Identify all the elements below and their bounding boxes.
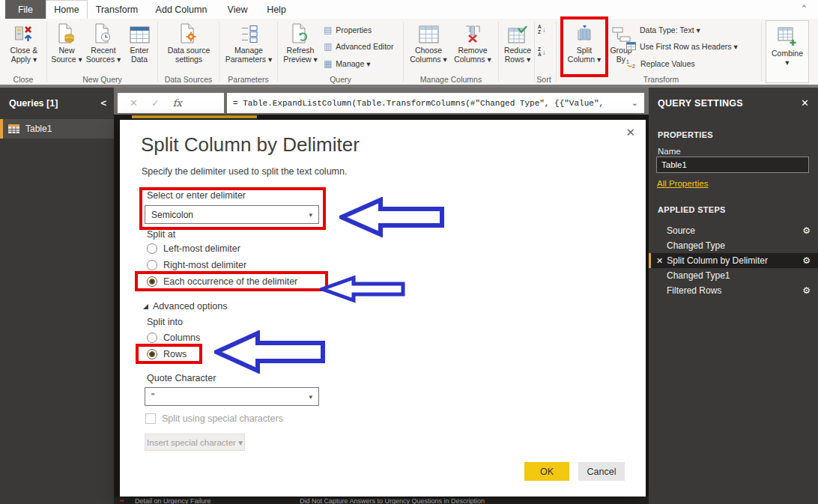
formula-accept-icon[interactable]: ✓ (151, 97, 160, 109)
tab-home[interactable]: Home (46, 0, 88, 19)
step-filtered-rows[interactable]: Filtered Rows ⚙ (649, 283, 818, 298)
tab-view[interactable]: View (222, 0, 253, 19)
collapse-panel-icon[interactable]: < (100, 97, 106, 109)
sort-descending-button[interactable]: ZA ↓ (538, 47, 546, 57)
step-label: Split Column by Delimiter (667, 255, 768, 266)
enter-data-label: Enter Data (124, 46, 155, 64)
tab-file[interactable]: File (5, 0, 46, 19)
tab-add-column[interactable]: Add Column (148, 0, 214, 19)
svg-text:1: 1 (626, 59, 629, 64)
step-changed-type1[interactable]: Changed Type1 (649, 268, 818, 283)
query-list-item-table1[interactable]: Table1 (0, 119, 114, 139)
queries-panel: Queries [1] < Table1 (0, 88, 114, 504)
refresh-preview-label: Refresh Preview ▾ (282, 46, 319, 64)
radio-each-occurrence-label: Each occurrence of the delimiter (163, 276, 297, 287)
group-separator (556, 22, 557, 82)
formula-cancel-icon[interactable]: ✕ (130, 97, 138, 109)
formula-fx-icon[interactable]: fx (173, 97, 182, 109)
choose-columns-button[interactable]: Choose Columns ▾ (408, 21, 449, 64)
close-panel-icon[interactable]: ✕ (801, 97, 809, 109)
advanced-editor-button[interactable]: ▥ Advanced Editor (324, 40, 393, 52)
quote-character-dropdown[interactable]: " ▾ (145, 387, 319, 406)
applied-steps-list: Source ⚙ Changed Type ✕ Split Column by … (649, 223, 818, 298)
radio-rows-label: Rows (163, 349, 187, 359)
advanced-options-toggle[interactable]: Advanced options (143, 301, 227, 312)
formula-input[interactable]: = Table.ExpandListColumn(Table.Transform… (227, 93, 644, 113)
enter-data-button[interactable]: Enter Data (124, 21, 155, 64)
new-source-button[interactable]: New Source ▾ (49, 21, 84, 64)
radio-columns[interactable]: Columns (147, 333, 200, 343)
chevron-down-icon: ▾ (309, 211, 312, 219)
combine-label: Combine ▾ (766, 49, 808, 67)
formula-expand-icon[interactable]: ⌄ (631, 98, 638, 108)
ok-button[interactable]: OK (524, 462, 569, 481)
close-and-apply-button[interactable]: Close & Apply ▾ (4, 21, 43, 64)
advanced-editor-icon: ▥ (324, 42, 332, 51)
radio-rows[interactable]: Rows (147, 349, 187, 359)
dialog-subtitle: Specify the delimiter used to split the … (142, 166, 347, 177)
radio-left-most[interactable]: Left-most delimiter (147, 243, 240, 254)
split-column-label: Split Column ▾ (563, 46, 605, 64)
tab-transform[interactable]: Transform (91, 0, 142, 19)
step-source[interactable]: Source ⚙ (649, 223, 818, 238)
sort-down-arrow-icon: ↓ (542, 49, 546, 56)
sort-ascending-button[interactable]: AZ ↓ (538, 25, 546, 34)
properties-icon: ▤ (324, 25, 332, 34)
split-column-button[interactable]: Split Column ▾ (563, 21, 605, 64)
applied-steps-heading: APPLIED STEPS (658, 205, 726, 214)
data-type-button[interactable]: Data Type: Text ▾ (640, 23, 700, 36)
radio-icon (147, 333, 157, 343)
formula-bar-zone: ✕ ✓ fx = Table.ExpandListColumn(Table.Tr… (114, 88, 649, 115)
delimiter-label: Select or enter delimiter (147, 190, 246, 201)
gear-icon[interactable]: ⚙ (802, 226, 811, 235)
radio-icon (147, 243, 157, 254)
all-properties-link[interactable]: All Properties (657, 179, 708, 188)
reduce-rows-button[interactable]: Reduce Rows ▾ (500, 21, 535, 64)
step-split-column-by-delimiter[interactable]: ✕ Split Column by Delimiter ⚙ (649, 253, 818, 268)
formula-bar-buttons: ✕ ✓ fx (118, 93, 224, 113)
power-query-editor-window: File Home Transform Add Column View Help… (0, 0, 818, 504)
tab-help[interactable]: Help (261, 0, 292, 19)
query-name-input[interactable]: Table1 (656, 157, 809, 173)
recent-sources-button[interactable]: Recent Sources ▾ (85, 21, 122, 64)
radio-selected-icon (147, 349, 157, 359)
manage-button[interactable]: ▦ Manage ▾ (324, 57, 370, 70)
replace-values-button[interactable]: 12 Replace Values (626, 57, 695, 70)
radio-right-most[interactable]: Right-most delimiter (147, 260, 246, 270)
radio-each-occurrence[interactable]: Each occurrence of the delimiter (147, 276, 297, 287)
query-settings-title: QUERY SETTINGS (658, 98, 743, 109)
delete-step-icon[interactable]: ✕ (656, 256, 663, 266)
properties-button[interactable]: ▤ Properties (324, 23, 372, 36)
radio-columns-label: Columns (163, 333, 200, 343)
ribbon: Close & Apply ▾ Close New Source ▾ Recen… (0, 19, 818, 85)
expander-triangle-icon (143, 304, 148, 309)
manage-parameters-button[interactable]: Manage Parameters ▾ (222, 21, 276, 64)
properties-label: Properties (336, 25, 372, 34)
step-label: Changed Type1 (667, 270, 730, 281)
advanced-options-label: Advanced options (153, 301, 227, 312)
group-separator (219, 22, 219, 82)
formula-text: = Table.ExpandListColumn(Table.Transform… (233, 99, 627, 108)
refresh-preview-button[interactable]: Refresh Preview ▾ (282, 21, 319, 64)
remove-columns-button[interactable]: Remove Columns ▾ (451, 21, 494, 64)
dialog-close-icon[interactable]: ✕ (625, 126, 635, 139)
manage-parameters-icon (222, 21, 276, 43)
quote-character-label: Quote Character (147, 373, 216, 383)
choose-columns-icon (408, 21, 449, 43)
delimiter-dropdown[interactable]: Semicolon ▾ (145, 205, 319, 224)
radio-right-most-label: Right-most delimiter (163, 260, 246, 270)
manage-parameters-label: Manage Parameters ▾ (222, 46, 276, 64)
use-first-row-button[interactable]: Use First Row as Headers ▾ (626, 40, 738, 52)
gear-icon[interactable]: ⚙ (802, 286, 811, 295)
step-changed-type[interactable]: Changed Type (649, 238, 818, 253)
manage-label: Manage ▾ (336, 59, 370, 68)
gear-icon[interactable]: ⚙ (802, 256, 811, 265)
replace-values-label: Replace Values (640, 59, 695, 68)
column-loading-indicator (132, 115, 257, 118)
cancel-button[interactable]: Cancel (578, 462, 625, 481)
combine-button[interactable]: Combine ▾ (766, 20, 809, 83)
collapse-ribbon-icon[interactable]: ⌃ (801, 4, 808, 13)
background-cell: Did Not Capture Answers to Urgency Quest… (300, 497, 485, 504)
reduce-rows-label: Reduce Rows ▾ (500, 46, 535, 64)
data-source-settings-button[interactable]: Data source settings (160, 21, 217, 64)
